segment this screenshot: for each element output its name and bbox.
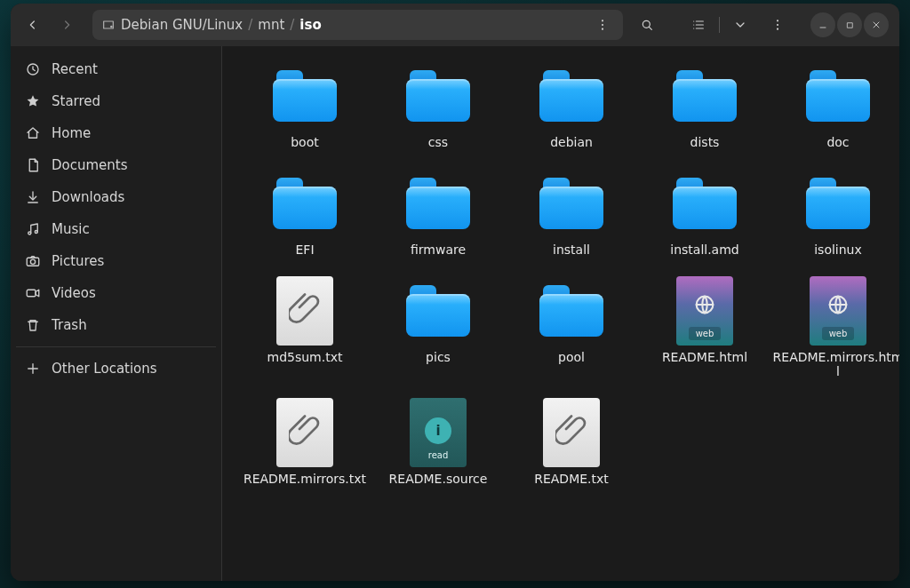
- sidebar-item-trash[interactable]: Trash: [16, 309, 216, 341]
- web-tag: web: [822, 327, 855, 340]
- breadcrumb: Debian GNU/Linux / mnt / iso: [121, 17, 322, 33]
- folder-icon: [406, 285, 470, 337]
- home-icon: [25, 125, 41, 141]
- close-icon: [871, 20, 882, 30]
- info-icon: i: [425, 417, 451, 444]
- item-label: README.mirrors.txt: [243, 472, 366, 487]
- arrow-right-icon: [60, 18, 74, 32]
- html-file-icon: web: [676, 276, 733, 346]
- hamburger-menu-button[interactable]: [762, 10, 793, 40]
- sidebar-item-other-locations[interactable]: Other Locations: [16, 353, 216, 385]
- svg-point-0: [111, 26, 112, 27]
- svg-point-13: [30, 259, 35, 264]
- file-item[interactable]: webREADME.html: [638, 277, 771, 380]
- toggle-view-button[interactable]: [683, 10, 714, 40]
- camera-icon: [25, 253, 41, 269]
- svg-rect-14: [27, 290, 36, 297]
- sidebar-item-recent[interactable]: Recent: [16, 53, 216, 85]
- item-label: css: [428, 135, 448, 150]
- window-controls: [810, 12, 889, 37]
- svg-point-7: [777, 28, 778, 30]
- folder-item[interactable]: firmware: [371, 170, 505, 258]
- item-label: README.source: [389, 472, 488, 487]
- item-label: dists: [690, 135, 720, 150]
- folder-icon: [673, 70, 737, 122]
- item-icon: [669, 62, 740, 130]
- sidebar-item-label: Documents: [52, 157, 128, 173]
- folder-icon: [539, 178, 603, 229]
- item-label: README.mirrors.html: [772, 350, 899, 380]
- view-controls: [680, 10, 759, 40]
- item-icon: web: [802, 277, 874, 345]
- folder-icon: [406, 178, 470, 229]
- sidebar-item-starred[interactable]: Starred: [16, 85, 216, 117]
- back-button[interactable]: [18, 10, 48, 40]
- item-icon: [802, 62, 874, 130]
- file-item[interactable]: md5sum.txt: [238, 277, 371, 380]
- item-label: boot: [291, 135, 319, 150]
- sidebar-item-label: Recent: [52, 61, 98, 77]
- file-item[interactable]: README.txt: [505, 399, 638, 487]
- folder-icon: [406, 70, 470, 122]
- file-item[interactable]: README.mirrors.txt: [238, 399, 371, 487]
- sidebar-item-label: Pictures: [52, 253, 104, 269]
- item-icon: [269, 399, 340, 466]
- sidebar-item-music[interactable]: Music: [16, 213, 216, 245]
- search-icon: [640, 18, 654, 32]
- breadcrumb-root[interactable]: Debian GNU/Linux: [121, 17, 243, 33]
- svg-rect-8: [847, 22, 852, 28]
- path-bar[interactable]: Debian GNU/Linux / mnt / iso: [92, 10, 623, 40]
- close-button[interactable]: [864, 12, 889, 37]
- readme-file-icon: iread: [410, 398, 467, 467]
- folder-item[interactable]: pool: [505, 277, 638, 380]
- sidebar-item-home[interactable]: Home: [16, 117, 216, 149]
- folder-item[interactable]: isolinux: [771, 170, 899, 258]
- folder-item[interactable]: EFI: [238, 170, 371, 258]
- sidebar-item-label: Downloads: [52, 189, 124, 205]
- html-file-icon: web: [810, 276, 866, 346]
- folder-item[interactable]: dists: [638, 62, 771, 150]
- folder-item[interactable]: install: [505, 170, 638, 258]
- item-label: firmware: [411, 242, 466, 258]
- sidebar-item-videos[interactable]: Videos: [16, 277, 216, 309]
- sidebar-item-downloads[interactable]: Downloads: [16, 181, 216, 213]
- sidebar-item-documents[interactable]: Documents: [16, 149, 216, 181]
- file-item[interactable]: ireadREADME.source: [371, 399, 505, 487]
- breadcrumb-seg-mnt[interactable]: mnt: [258, 17, 284, 33]
- search-button[interactable]: [632, 10, 662, 40]
- folder-item[interactable]: css: [371, 62, 505, 150]
- chevron-down-icon: [733, 18, 747, 32]
- folder-item[interactable]: doc: [771, 62, 899, 150]
- item-label: isolinux: [814, 242, 862, 258]
- kebab-icon: [770, 18, 785, 32]
- file-item[interactable]: webREADME.mirrors.html: [771, 277, 899, 380]
- item-icon: [536, 62, 607, 130]
- maximize-button[interactable]: [837, 12, 862, 37]
- breadcrumb-seg-iso[interactable]: iso: [299, 17, 321, 33]
- folder-icon: [273, 70, 337, 122]
- folder-item[interactable]: install.amd: [638, 170, 771, 258]
- item-label: debian: [550, 135, 593, 150]
- forward-button[interactable]: [52, 10, 82, 40]
- item-icon: web: [669, 277, 740, 345]
- item-label: install.amd: [670, 242, 738, 258]
- folder-item[interactable]: pics: [371, 277, 505, 380]
- icon-grid: bootcssdebiandistsdocEFIfirmwareinstalli…: [231, 62, 890, 487]
- text-file-icon: [276, 398, 333, 467]
- folder-item[interactable]: boot: [238, 62, 371, 150]
- sidebar-item-pictures[interactable]: Pictures: [16, 245, 216, 277]
- disk-icon: [101, 18, 116, 32]
- main-pane[interactable]: bootcssdebiandistsdocEFIfirmwareinstalli…: [222, 46, 899, 581]
- folder-item[interactable]: debian: [505, 62, 638, 150]
- star-icon: [25, 93, 41, 109]
- svg-point-10: [28, 232, 31, 234]
- sidebar-item-label: Music: [52, 221, 90, 237]
- path-bar-menu-button[interactable]: [587, 10, 618, 40]
- clock-icon: [25, 61, 41, 77]
- minimize-button[interactable]: [810, 12, 835, 37]
- item-label: README.txt: [534, 472, 609, 487]
- view-options-button[interactable]: [725, 10, 755, 40]
- text-file-icon: [543, 398, 600, 467]
- globe-icon: [692, 292, 717, 323]
- item-label: pics: [426, 350, 451, 365]
